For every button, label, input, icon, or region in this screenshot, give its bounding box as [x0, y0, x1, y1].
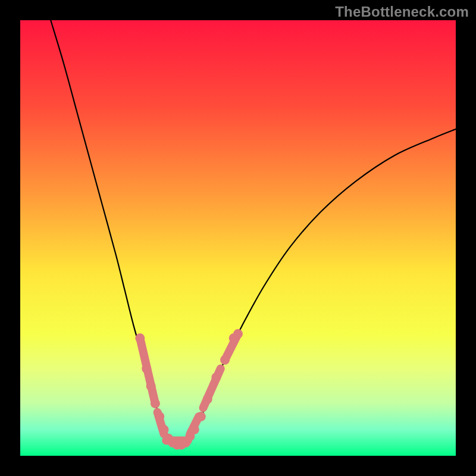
highlight-point	[220, 355, 230, 365]
highlight-point	[146, 381, 156, 391]
highlight-point	[196, 412, 206, 421]
highlight-point	[159, 425, 169, 434]
highlight-point	[135, 333, 145, 343]
watermark-text: TheBottleneck.com	[335, 4, 469, 20]
bottleneck-curve	[51, 20, 456, 447]
highlight-point	[151, 399, 160, 408]
chart-frame: TheBottleneck.com	[0, 0, 476, 476]
curve-layer	[20, 20, 456, 456]
highlight-overlay	[135, 329, 243, 450]
highlight-point	[142, 364, 151, 374]
highlight-point	[203, 394, 212, 404]
highlight-point	[155, 412, 164, 421]
highlight-point	[233, 329, 243, 339]
highlight-point	[211, 372, 221, 382]
plot-area	[20, 20, 456, 456]
highlight-point	[190, 425, 199, 434]
